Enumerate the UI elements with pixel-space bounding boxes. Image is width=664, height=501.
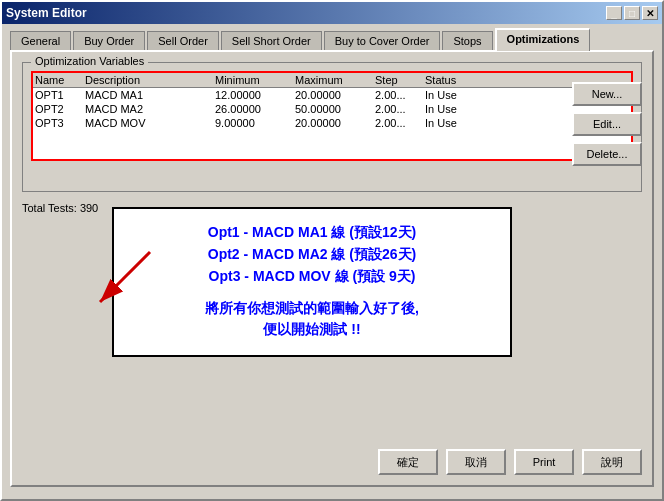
print-button[interactable]: Print xyxy=(514,449,574,475)
table-header-row: Name Description Minimum Maximum Step St… xyxy=(33,73,631,88)
window-title: System Editor xyxy=(6,6,87,20)
annotation-note-2: 便以開始測試 !! xyxy=(263,321,360,337)
cell-name-2: OPT2 xyxy=(35,103,85,115)
delete-button[interactable]: Delete... xyxy=(572,142,642,166)
optimization-variables-group: Optimization Variables Name Description … xyxy=(22,62,642,192)
col-header-maximum: Maximum xyxy=(295,74,375,86)
content-area: Optimization Variables Name Description … xyxy=(10,50,654,487)
annotation-arrow xyxy=(80,242,160,322)
help-button[interactable]: 說明 xyxy=(582,449,642,475)
col-header-minimum: Minimum xyxy=(215,74,295,86)
cell-desc-3: MACD MOV xyxy=(85,117,215,129)
group-box-label: Optimization Variables xyxy=(31,55,148,67)
tab-buy-order[interactable]: Buy Order xyxy=(73,31,145,50)
title-bar-buttons: _ □ ✕ xyxy=(606,6,658,20)
tab-sell-short-order[interactable]: Sell Short Order xyxy=(221,31,322,50)
tab-general[interactable]: General xyxy=(10,31,71,50)
edit-button[interactable]: Edit... xyxy=(572,112,642,136)
maximize-button[interactable]: □ xyxy=(624,6,640,20)
cell-status-2: In Use xyxy=(425,103,495,115)
tab-optimizations[interactable]: Optimizations xyxy=(495,28,591,51)
cell-step-1: 2.00... xyxy=(375,89,425,101)
minimize-button[interactable]: _ xyxy=(606,6,622,20)
annotation-line-2: Opt2 - MACD MA2 線 (預設26天) xyxy=(134,246,490,264)
cell-status-1: In Use xyxy=(425,89,495,101)
cell-min-3: 9.00000 xyxy=(215,117,295,129)
cell-max-3: 20.00000 xyxy=(295,117,375,129)
cell-max-2: 50.00000 xyxy=(295,103,375,115)
tab-stops[interactable]: Stops xyxy=(442,31,492,50)
cell-step-3: 2.00... xyxy=(375,117,425,129)
tab-buy-to-cover-order[interactable]: Buy to Cover Order xyxy=(324,31,441,50)
cell-name-1: OPT1 xyxy=(35,89,85,101)
cell-min-2: 26.00000 xyxy=(215,103,295,115)
annotation-line-3: Opt3 - MACD MOV 線 (預設 9天) xyxy=(134,268,490,286)
tab-bar: General Buy Order Sell Order Sell Short … xyxy=(2,24,662,50)
col-header-name: Name xyxy=(35,74,85,86)
cell-name-3: OPT3 xyxy=(35,117,85,129)
svg-line-1 xyxy=(100,252,150,302)
cancel-button[interactable]: 取消 xyxy=(446,449,506,475)
optimization-table-container: Name Description Minimum Maximum Step St… xyxy=(31,71,633,161)
annotation-note-1: 將所有你想測試的範圍輸入好了後, xyxy=(205,300,419,316)
cell-max-1: 20.00000 xyxy=(295,89,375,101)
table-row[interactable]: OPT3 MACD MOV 9.00000 20.00000 2.00... I… xyxy=(33,116,631,130)
right-buttons: New... Edit... Delete... xyxy=(572,82,642,166)
cell-step-2: 2.00... xyxy=(375,103,425,115)
table-row[interactable]: OPT1 MACD MA1 12.00000 20.00000 2.00... … xyxy=(33,88,631,102)
col-header-step: Step xyxy=(375,74,425,86)
title-bar: System Editor _ □ ✕ xyxy=(2,2,662,24)
close-button[interactable]: ✕ xyxy=(642,6,658,20)
bottom-buttons: 確定 取消 Print 說明 xyxy=(378,449,642,475)
cell-desc-2: MACD MA2 xyxy=(85,103,215,115)
annotation-line-1: Opt1 - MACD MA1 線 (預設12天) xyxy=(134,224,490,242)
annotation-box: Opt1 - MACD MA1 線 (預設12天) Opt2 - MACD MA… xyxy=(112,207,512,357)
annotation-note: 將所有你想測試的範圍輸入好了後, 便以開始測試 !! xyxy=(134,298,490,340)
confirm-button[interactable]: 確定 xyxy=(378,449,438,475)
cell-status-3: In Use xyxy=(425,117,495,129)
col-header-description: Description xyxy=(85,74,215,86)
cell-min-1: 12.00000 xyxy=(215,89,295,101)
tab-sell-order[interactable]: Sell Order xyxy=(147,31,219,50)
new-button[interactable]: New... xyxy=(572,82,642,106)
col-header-status: Status xyxy=(425,74,495,86)
main-window: System Editor _ □ ✕ General Buy Order Se… xyxy=(0,0,664,501)
table-row[interactable]: OPT2 MACD MA2 26.00000 50.00000 2.00... … xyxy=(33,102,631,116)
cell-desc-1: MACD MA1 xyxy=(85,89,215,101)
